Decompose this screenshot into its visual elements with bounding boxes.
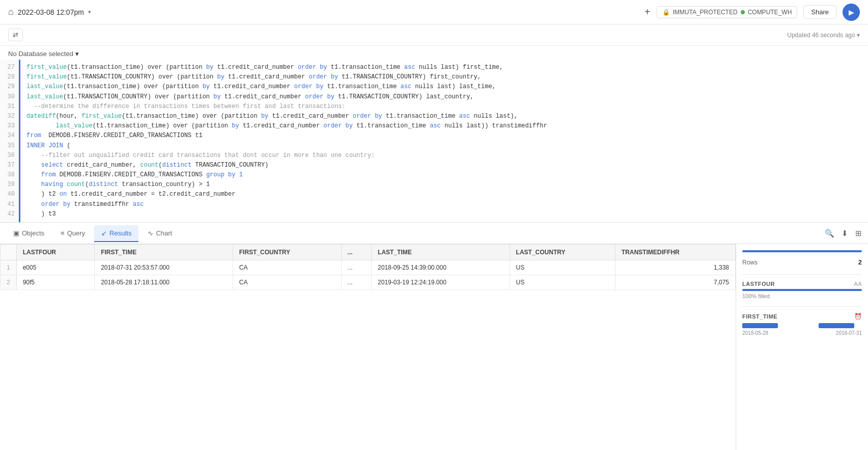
cell-last-country: US [510, 260, 615, 275]
lastfour-type: Aa [854, 281, 862, 287]
row-number: 1 [1, 260, 17, 275]
rows-stat: Rows 2 [742, 258, 862, 266]
db-selector-arrow: ▾ [75, 50, 79, 58]
cell-last-country: US [510, 275, 615, 290]
table-row: 2 90f5 2018-05-28 17:18:11.000 CA ... 20… [1, 275, 736, 290]
stats-sidebar: Rows 2 LASTFOUR Aa 100% filled FIRST_TIM… [736, 244, 868, 450]
tab-chart[interactable]: ∿ Chart [141, 225, 179, 242]
results-area: LASTFOUR FIRST_TIME FIRST_COUNTRY ... LA… [0, 244, 868, 450]
cell-last-time: 2018-09-25 14:39:00.000 [372, 260, 510, 275]
db-selector-label: No Database selected [8, 50, 73, 58]
rows-label: Rows [742, 259, 758, 266]
tabs-left: ▣ Objects ≡ Query ↙ Results ∿ Chart [6, 225, 179, 242]
table-row: 1 e005 2018-07-31 20:53:57.000 CA ... 20… [1, 260, 736, 275]
fill-bar-container [742, 289, 862, 291]
lock-icon: 🔒 [662, 9, 670, 16]
time-bar-1 [742, 323, 778, 328]
col-last-time[interactable]: LAST_TIME [372, 245, 510, 260]
lastfour-col-title: LASTFOUR Aa [742, 281, 862, 287]
tab-query[interactable]: ≡ Query [53, 225, 92, 242]
chart-icon: ∿ [148, 229, 153, 237]
updated-text: Updated 46 seconds ago ▾ [787, 32, 860, 39]
home-icon[interactable]: ⌂ [8, 7, 14, 17]
download-button[interactable]: ⬇ [842, 229, 848, 238]
col-transtimediffhr[interactable]: TRANSTIMEDIFFHR [615, 245, 735, 260]
row-number: 2 [1, 275, 17, 290]
cell-first-country: CA [233, 275, 341, 290]
time-bar-2 [819, 323, 854, 328]
tab-objects[interactable]: ▣ Objects [6, 225, 51, 242]
tabs-bar: ▣ Objects ≡ Query ↙ Results ∿ Chart 🔍 ⬇ … [0, 223, 868, 244]
col-first-time[interactable]: FIRST_TIME [95, 245, 233, 260]
results-icon: ↙ [101, 229, 107, 237]
query-icon: ≡ [61, 229, 65, 237]
tab-results[interactable]: ↙ Results [94, 225, 138, 242]
cell-dots: ... [341, 275, 372, 290]
db-name: IMMUTA_PROTECTED [673, 9, 738, 16]
sidebar-divider [742, 274, 862, 275]
time-labels: 2018-05-28 2018-07-31 [742, 330, 862, 336]
cell-last-time: 2019-03-19 12:24:19.000 [372, 275, 510, 290]
results-table: LASTFOUR FIRST_TIME FIRST_COUNTRY ... LA… [0, 244, 736, 290]
title-dropdown-arrow[interactable]: ▾ [88, 9, 91, 15]
page-title: 2022-03-08 12:07pm [18, 8, 84, 16]
col-last-country[interactable]: LAST_COUNTRY [510, 245, 615, 260]
fill-bar [742, 289, 862, 291]
add-button[interactable]: + [645, 6, 651, 18]
row-num-header [1, 245, 17, 260]
time-bars [742, 323, 862, 328]
header: ⌂ 2022-03-08 12:07pm ▾ + 🔒 IMMUTA_PROTEC… [0, 0, 868, 24]
cell-diff: 7,075 [615, 275, 735, 290]
objects-icon: ▣ [13, 229, 19, 237]
cell-dots: ... [341, 260, 372, 275]
first-time-col-section: FIRST_TIME ⏰ 2018-05-28 2018-07-31 [742, 313, 862, 336]
header-right: + 🔒 IMMUTA_PROTECTED COMPUTE_WH Share ▶ [645, 4, 860, 21]
fill-label: 100% filled [742, 293, 862, 299]
clock-icon: ⏰ [854, 313, 862, 320]
warehouse-name: COMPUTE_WH [748, 9, 792, 16]
db-badge[interactable]: 🔒 IMMUTA_PROTECTED COMPUTE_WH [657, 6, 798, 18]
cell-lastfour: e005 [16, 260, 95, 275]
tabs-right: 🔍 ⬇ ⊞ [825, 229, 862, 238]
time-label-2: 2018-07-31 [836, 330, 862, 336]
rows-value: 2 [858, 258, 862, 266]
expand-button[interactable]: ⊞ [855, 229, 862, 238]
sidebar-divider-2 [742, 306, 862, 307]
warehouse-status-dot [741, 10, 745, 14]
run-icon: ▶ [849, 8, 854, 16]
table-area: LASTFOUR FIRST_TIME FIRST_COUNTRY ... LA… [0, 244, 736, 450]
lastfour-col-section: LASTFOUR Aa 100% filled [742, 281, 862, 299]
top-bar [742, 250, 862, 252]
toolbar: ⇄ Updated 46 seconds ago ▾ [0, 24, 868, 46]
code-editor: 27282930 31323334 35363738 39404142 firs… [0, 60, 868, 223]
share-button[interactable]: Share [803, 5, 836, 19]
header-left: ⌂ 2022-03-08 12:07pm ▾ [8, 7, 91, 17]
first-time-col-title: FIRST_TIME ⏰ [742, 313, 862, 320]
col-dots[interactable]: ... [341, 245, 372, 260]
filter-button[interactable]: ⇄ [8, 29, 23, 41]
db-selector[interactable]: No Database selected ▾ [0, 46, 868, 60]
cell-first-time: 2018-07-31 20:53:57.000 [95, 260, 233, 275]
run-button[interactable]: ▶ [843, 4, 860, 21]
line-numbers: 27282930 31323334 35363738 39404142 [0, 60, 20, 222]
cell-diff: 1,338 [615, 260, 735, 275]
code-content[interactable]: first_value(t1.transaction_time) over (p… [20, 60, 868, 222]
cell-first-time: 2018-05-28 17:18:11.000 [95, 275, 233, 290]
search-button[interactable]: 🔍 [825, 229, 834, 238]
time-label-1: 2018-05-28 [742, 330, 768, 336]
col-lastfour[interactable]: LASTFOUR [16, 245, 95, 260]
cell-lastfour: 90f5 [16, 275, 95, 290]
col-first-country[interactable]: FIRST_COUNTRY [233, 245, 341, 260]
cell-first-country: CA [233, 260, 341, 275]
